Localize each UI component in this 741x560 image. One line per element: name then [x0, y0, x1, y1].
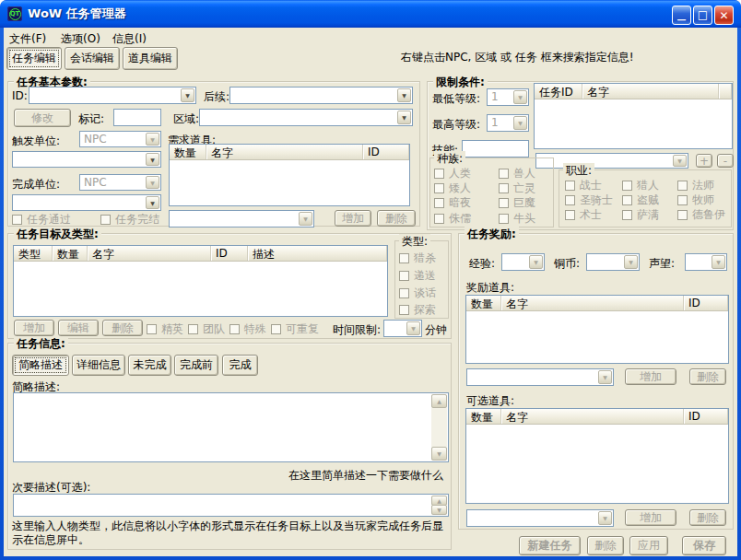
class-mage-checkbox[interactable]: 法师 — [677, 178, 714, 193]
required-items-list[interactable] — [170, 160, 409, 205]
checkbox-icon[interactable] — [677, 210, 688, 220]
area-combobox[interactable]: ▼ — [199, 109, 413, 126]
reward-item-combobox[interactable]: ▼ — [466, 368, 614, 386]
checkbox-icon[interactable] — [565, 181, 575, 191]
menu-file[interactable]: 文件(F) — [6, 30, 50, 48]
menu-info[interactable]: 信息(I) — [109, 30, 150, 48]
tab-incomplete[interactable]: 未完成 — [128, 355, 171, 376]
checkbox-icon[interactable] — [229, 324, 240, 334]
new-quest-button[interactable]: 新建任务 — [519, 536, 581, 555]
scroll-down-icon[interactable]: ▼ — [431, 447, 447, 461]
checkbox-icon[interactable] — [399, 288, 409, 298]
dropdown-icon[interactable]: ▼ — [529, 255, 543, 269]
secondary-desc-scrollbar[interactable]: ▲ ▼ — [431, 496, 447, 515]
checkbox-icon[interactable] — [565, 195, 575, 205]
objective-add-button[interactable]: 增加 — [14, 320, 54, 336]
checkbox-icon[interactable] — [622, 210, 632, 220]
modify-button[interactable]: 修改 — [14, 109, 71, 127]
dropdown-icon[interactable]: ▼ — [181, 88, 194, 102]
trigger-unit-type-combobox[interactable]: NPC ▼ — [79, 131, 161, 147]
reward-item-delete-button[interactable]: 删除 — [689, 368, 726, 385]
objective-delete-button[interactable]: 删除 — [102, 320, 143, 336]
dropdown-icon[interactable]: ▼ — [598, 511, 612, 525]
prereq-quests-table[interactable]: 任务ID 名字 — [534, 83, 733, 149]
checkbox-icon[interactable] — [677, 181, 688, 191]
minimize-button[interactable]: — — [672, 6, 691, 25]
dropdown-icon[interactable]: ▼ — [299, 212, 312, 226]
prereq-remove-button[interactable]: - — [717, 154, 734, 168]
prereq-quests-list[interactable] — [535, 99, 732, 148]
reward-items-table[interactable]: 数量 名字 ID — [465, 295, 729, 364]
reward-items-list[interactable] — [466, 311, 728, 363]
dropdown-icon[interactable]: ▼ — [513, 90, 527, 104]
class-rogue-checkbox[interactable]: 盗贼 — [622, 192, 659, 208]
required-items-table[interactable]: 数量 名字 ID — [169, 144, 410, 206]
dropdown-icon[interactable]: ▼ — [673, 155, 687, 167]
optional-items-list[interactable] — [466, 425, 728, 503]
mark-input[interactable] — [113, 109, 161, 126]
race-orc-checkbox[interactable]: 兽人 — [499, 166, 535, 181]
race-undead-checkbox[interactable]: 亡灵 — [499, 181, 535, 196]
scroll-down-icon[interactable]: ▼ — [431, 505, 447, 515]
brief-desc-textarea[interactable]: ▲ ▼ — [13, 392, 449, 462]
objectives-header[interactable]: 类型 数量 名字 ID 描述 — [14, 246, 387, 262]
checkbox-icon[interactable] — [434, 169, 444, 179]
scroll-up-icon[interactable]: ▲ — [431, 394, 447, 408]
required-items-header[interactable]: 数量 名字 ID — [170, 145, 409, 160]
checkbox-icon[interactable] — [434, 198, 444, 208]
dropdown-icon[interactable]: ▼ — [712, 255, 725, 269]
delete-quest-button[interactable]: 删除 — [587, 536, 624, 555]
quest-id-combobox[interactable]: ▼ — [29, 87, 196, 104]
exp-combobox[interactable]: ▼ — [501, 253, 545, 271]
dropdown-icon[interactable]: ▼ — [146, 153, 159, 166]
raid-checkbox[interactable]: 团队 — [188, 321, 225, 337]
checkbox-icon[interactable] — [434, 183, 444, 193]
checkbox-icon[interactable] — [399, 271, 409, 281]
race-troll-checkbox[interactable]: 巨魔 — [499, 195, 535, 211]
close-button[interactable]: ✕ — [714, 6, 734, 25]
optional-item-delete-button[interactable]: 删除 — [689, 509, 726, 526]
dropdown-icon[interactable]: ▼ — [624, 255, 638, 269]
time-limit-combobox[interactable]: ▼ — [383, 320, 422, 337]
repeatable-checkbox[interactable]: 可重复 — [271, 321, 319, 337]
elite-checkbox[interactable]: 精英 — [147, 321, 183, 337]
checkbox-icon[interactable] — [499, 198, 509, 208]
menu-options[interactable]: 选项(O) — [57, 30, 104, 48]
checkbox-icon[interactable] — [188, 324, 198, 334]
checkbox-icon[interactable] — [677, 195, 688, 205]
class-priest-checkbox[interactable]: 牧师 — [677, 192, 714, 208]
reward-item-add-button[interactable]: 增加 — [625, 368, 676, 385]
checkbox-icon[interactable] — [100, 215, 111, 225]
skill-input[interactable] — [462, 140, 529, 158]
required-item-combobox[interactable]: ▼ — [169, 210, 314, 228]
tab-before-complete[interactable]: 完成前 — [174, 355, 218, 376]
brief-desc-scrollbar[interactable]: ▲ ▼ — [431, 394, 447, 461]
checkbox-icon[interactable] — [622, 181, 632, 191]
next-quest-combobox[interactable]: ▼ — [229, 87, 413, 104]
type-deliver-checkbox[interactable]: 递送 — [399, 268, 436, 284]
race-tauren-checkbox[interactable]: 牛头 — [499, 211, 535, 227]
optional-item-combobox[interactable]: ▼ — [466, 509, 614, 527]
apply-button[interactable]: 应用 — [629, 536, 668, 555]
quest-finish-checkbox[interactable]: 任务完结 — [100, 212, 159, 228]
tab-detail-info[interactable]: 详细信息 — [72, 355, 125, 376]
checkbox-icon[interactable] — [399, 305, 409, 315]
quest-pass-checkbox[interactable]: 任务通过 — [12, 212, 71, 228]
required-item-delete-button[interactable]: 删除 — [377, 210, 416, 227]
dropdown-icon[interactable]: ▼ — [146, 196, 159, 209]
race-human-checkbox[interactable]: 人类 — [434, 166, 471, 181]
optional-items-table[interactable]: 数量 名字 ID — [465, 408, 729, 504]
checkbox-icon[interactable] — [622, 195, 632, 205]
secondary-desc-textarea[interactable]: ▲ ▼ — [13, 494, 449, 517]
tab-quest-edit[interactable]: 任务编辑 — [6, 47, 62, 70]
race-dwarf-checkbox[interactable]: 矮人 — [434, 181, 471, 196]
special-checkbox[interactable]: 特殊 — [229, 321, 266, 337]
maximize-button[interactable]: □ — [693, 6, 712, 25]
class-druid-checkbox[interactable]: 德鲁伊 — [677, 207, 725, 223]
checkbox-icon[interactable] — [147, 324, 157, 334]
type-explore-checkbox[interactable]: 探索 — [399, 302, 436, 318]
prereq-quest-combobox[interactable]: ▼ — [535, 153, 688, 169]
optional-item-add-button[interactable]: 增加 — [625, 509, 676, 526]
optional-items-header[interactable]: 数量 名字 ID — [466, 409, 728, 425]
required-item-add-button[interactable]: 增加 — [335, 210, 371, 227]
